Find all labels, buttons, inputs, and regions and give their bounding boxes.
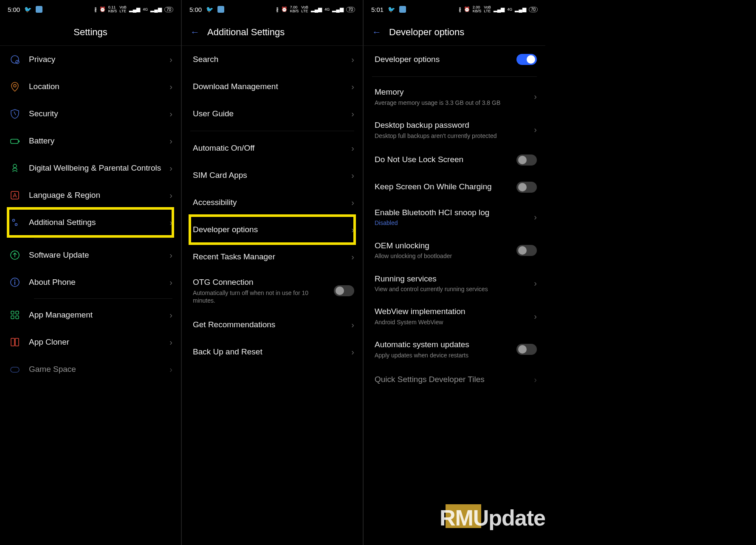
settings-row[interactable]: Keep Screen On While Charging <box>364 174 545 201</box>
row-subtitle: Apply updates when device restarts <box>375 351 512 359</box>
section-divider <box>34 298 172 299</box>
wellbeing-icon <box>8 162 21 174</box>
row-body: Download Management <box>193 81 347 92</box>
settings-row[interactable]: Get Recommendations› <box>182 311 363 338</box>
back-arrow-icon[interactable]: ← <box>372 27 381 38</box>
settings-row[interactable]: Additional Settings› <box>0 209 181 236</box>
settings-row[interactable]: Enable Bluetooth HCI snoop logDisabled› <box>364 201 545 234</box>
alarm-icon: ⏰ <box>281 6 288 12</box>
settings-row[interactable]: Developer options› <box>182 216 363 243</box>
settings-row[interactable]: Do Not Use Lock Screen <box>364 146 545 174</box>
settings-row[interactable]: Security› <box>0 100 181 127</box>
signal-icon-2: ▂▄▆ <box>515 6 526 12</box>
network-type: 4G <box>507 8 512 11</box>
settings-row[interactable]: User Guide› <box>182 100 363 127</box>
svg-point-2 <box>14 84 16 87</box>
toggle-switch[interactable] <box>516 155 537 166</box>
settings-row[interactable]: App Management› <box>0 301 181 329</box>
screen-header: Settings <box>0 19 181 46</box>
row-subtitle: Android System WebView <box>375 318 530 326</box>
row-subtitle: Allow unlocking of bootloader <box>375 252 512 260</box>
chevron-right-icon: › <box>169 310 172 320</box>
svg-rect-19 <box>15 338 19 346</box>
row-label: Get Recommendations <box>193 320 347 330</box>
row-label: Quick Settings Developer Tiles <box>375 374 530 385</box>
settings-row[interactable]: Location› <box>0 73 181 100</box>
row-label: App Cloner <box>29 337 165 348</box>
row-label: Enable Bluetooth HCI snoop log <box>375 208 530 218</box>
row-subtitle: Automatically turn off when not in use f… <box>193 289 330 304</box>
settings-row[interactable]: Download Management› <box>182 73 363 100</box>
settings-row[interactable]: WebView implementationAndroid System Web… <box>364 300 545 333</box>
settings-row[interactable]: MemoryAverage memory usage is 3.3 GB out… <box>364 80 545 113</box>
row-label: App Management <box>29 310 165 320</box>
settings-list: Search›Download Management›User Guide›Au… <box>182 46 363 545</box>
battery-level: 70 <box>346 7 355 12</box>
battery-level: 70 <box>529 7 538 12</box>
row-label: Software Update <box>29 250 165 261</box>
security-icon <box>8 107 21 120</box>
settings-row[interactable]: Desktop backup passwordDesktop full back… <box>364 113 545 146</box>
settings-row[interactable]: OEM unlockingAllow unlocking of bootload… <box>364 234 545 267</box>
settings-row[interactable]: Recent Tasks Manager› <box>182 243 363 270</box>
toggle-switch[interactable] <box>516 54 537 65</box>
row-label: Automatic system updates <box>375 340 512 350</box>
toggle-switch[interactable] <box>516 245 537 256</box>
bluetooth-icon: ∦ <box>276 6 279 12</box>
additional-icon <box>8 216 21 229</box>
chevron-right-icon: › <box>351 252 354 262</box>
settings-row[interactable]: Quick Settings Developer Tiles› <box>364 366 545 393</box>
section-divider <box>372 76 537 77</box>
settings-row[interactable]: Accessibility› <box>182 189 363 216</box>
page-title: Settings <box>73 27 107 38</box>
settings-row[interactable]: Automatic system updatesApply updates wh… <box>364 333 545 366</box>
row-body: Enable Bluetooth HCI snoop logDisabled <box>375 208 530 227</box>
row-label: OEM unlocking <box>375 241 512 251</box>
settings-row[interactable]: SIM Card Apps› <box>182 162 363 189</box>
settings-row[interactable]: Privacy› <box>0 46 181 73</box>
settings-row[interactable]: About Phone› <box>0 269 181 296</box>
settings-row[interactable]: Digital Wellbeing & Parental Controls› <box>0 155 181 182</box>
signal-icon-2: ▂▄▆ <box>150 6 162 12</box>
settings-row[interactable]: Automatic On/Off› <box>182 135 363 162</box>
status-bar: 5:00🐦∦⏰0.11KB/SVoBLTE▂▄▆4G▂▄▆70 <box>0 0 181 19</box>
row-body: Security <box>29 109 165 119</box>
row-label: Location <box>29 81 165 92</box>
signal-icon-1: ▂▄▆ <box>311 6 322 12</box>
data-speed: 2.00KB/S <box>473 6 482 13</box>
twitter-icon: 🐦 <box>206 6 213 13</box>
svg-rect-3 <box>11 139 18 143</box>
row-label: Accessibility <box>193 197 347 208</box>
row-label: Running services <box>375 274 530 284</box>
row-subtitle: Disabled <box>375 219 530 227</box>
settings-row[interactable]: Software Update› <box>0 242 181 269</box>
settings-row[interactable]: Running servicesView and control current… <box>364 267 545 300</box>
row-body: Battery <box>29 136 165 146</box>
row-body: Game Space <box>29 364 165 375</box>
screen-header: ←Developer options <box>364 19 545 46</box>
svg-point-0 <box>11 56 19 63</box>
settings-row[interactable]: OTG ConnectionAutomatically turn off whe… <box>182 270 363 311</box>
alarm-icon: ⏰ <box>99 6 106 12</box>
toggle-switch[interactable] <box>334 285 354 296</box>
settings-list: Developer optionsMemoryAverage memory us… <box>364 46 545 545</box>
row-body: MemoryAverage memory usage is 3.3 GB out… <box>375 87 530 107</box>
chevron-right-icon: › <box>534 212 537 222</box>
settings-row[interactable]: Back Up and Reset› <box>182 338 363 365</box>
svg-rect-20 <box>11 367 19 372</box>
toggle-switch[interactable] <box>516 182 537 193</box>
settings-row[interactable]: ALanguage & Region› <box>0 182 181 209</box>
row-body: SIM Card Apps <box>193 170 347 181</box>
settings-row[interactable]: Battery› <box>0 127 181 155</box>
settings-row[interactable]: Developer options <box>364 46 545 73</box>
toggle-switch[interactable] <box>516 344 537 355</box>
row-label: Security <box>29 109 165 119</box>
row-body: Get Recommendations <box>193 320 347 330</box>
settings-row[interactable]: App Cloner› <box>0 329 181 356</box>
app-notification-icon <box>217 6 224 13</box>
row-label: Download Management <box>193 81 347 92</box>
settings-row[interactable]: Game Space› <box>0 356 181 383</box>
back-arrow-icon[interactable]: ← <box>190 27 200 38</box>
settings-row[interactable]: Search› <box>182 46 363 73</box>
chevron-right-icon: › <box>169 365 172 374</box>
